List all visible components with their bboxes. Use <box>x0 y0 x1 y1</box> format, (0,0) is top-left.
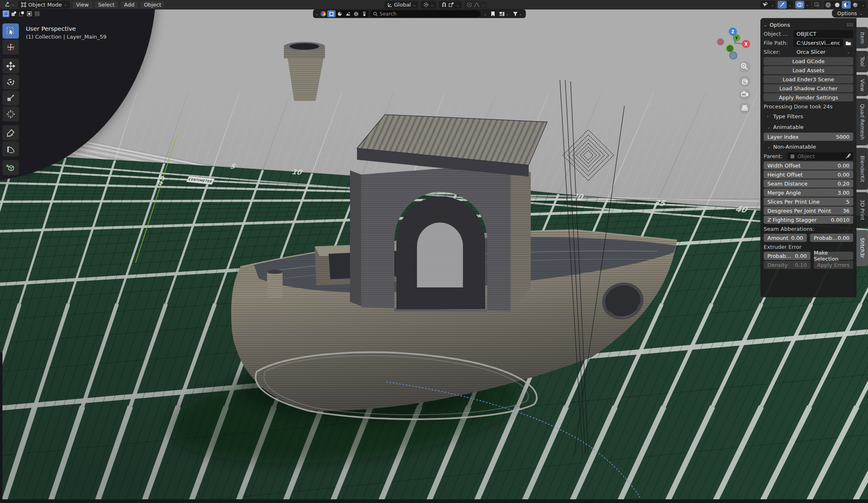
mode-dropdown[interactable]: Object Mode ⌄ <box>18 1 70 9</box>
parent-object-input[interactable] <box>797 153 843 159</box>
pan-button[interactable] <box>739 76 751 87</box>
overlays-toggle-group[interactable]: ⌄ <box>795 1 811 9</box>
gizmos-toggle-group[interactable]: ⌄ <box>778 1 793 9</box>
load-shadow-catcher-button[interactable]: Load Shadow Catcher <box>764 84 853 92</box>
boat-chimney <box>284 42 325 101</box>
tab-view[interactable]: View <box>856 75 868 96</box>
navigation-gizmo[interactable]: Z Y X <box>709 21 758 115</box>
filter-texture-icon[interactable] <box>344 10 352 17</box>
eyedropper-icon[interactable] <box>845 154 851 159</box>
select-mode-set[interactable] <box>2 10 9 17</box>
chevron-down-icon: ⌄ <box>769 3 776 7</box>
measure-tool[interactable] <box>2 141 19 156</box>
select-mode-intersect[interactable] <box>34 10 41 17</box>
transform-tool[interactable] <box>2 106 19 122</box>
seam-amount-slider[interactable]: Amount0.00 <box>764 234 807 242</box>
tab-tool[interactable]: Tool <box>856 51 868 72</box>
shading-solid-button[interactable] <box>833 1 842 9</box>
rotate-tool[interactable] <box>2 74 19 90</box>
pivot-point-dropdown[interactable]: ⌄ <box>421 1 436 9</box>
cursor-tool[interactable] <box>2 39 19 55</box>
chevron-down-icon: ⌄ <box>456 3 460 7</box>
animatable-subpanel[interactable]: ⌄ Animatable <box>764 122 853 132</box>
panel-collapse-icon[interactable]: ⌄ <box>764 23 767 27</box>
visibility-dropdown[interactable]: ⌄ <box>760 1 776 9</box>
filter-funnel-dropdown[interactable]: ⌄ <box>511 11 523 16</box>
viewport-options-popover[interactable]: Options ⌄ <box>832 9 868 18</box>
boat-mast-stub <box>267 270 283 297</box>
menu-select[interactable]: Select <box>95 1 118 8</box>
z-fighting-stagger-slider[interactable]: Z Fighting Stagger0.0010 <box>764 216 853 224</box>
filter-material-icon[interactable] <box>336 10 344 17</box>
make-selection-button[interactable]: Make Selection <box>814 252 853 260</box>
layer-index-slider[interactable]: Layer Index 5000 <box>764 133 853 141</box>
add-cube-tool[interactable] <box>2 160 19 175</box>
scale-tool[interactable] <box>2 90 19 106</box>
editor-type-button[interactable]: ⌄ <box>2 1 16 8</box>
transform-orientation-dropdown[interactable]: Global ⌄ <box>384 1 418 9</box>
tab-item[interactable]: Item <box>856 27 868 48</box>
axis-neg-y[interactable] <box>726 45 734 53</box>
menu-object[interactable]: Object <box>140 1 164 8</box>
tab-blenderkit[interactable]: BlenderKit <box>856 148 868 190</box>
proportional-edit-controls[interactable]: ⌄ <box>464 1 487 9</box>
load-ender3-scene-button[interactable]: Load Ender3 Scene <box>764 75 853 83</box>
snap-controls[interactable]: ⌄ <box>439 1 462 9</box>
show-gizmos-toggle[interactable] <box>778 1 787 9</box>
chevron-down-icon: ⌄ <box>804 3 811 7</box>
search-field[interactable] <box>380 11 478 17</box>
menu-view[interactable]: View <box>73 1 92 8</box>
load-assets-button[interactable]: Load Assets <box>764 66 853 74</box>
xray-toggle[interactable] <box>813 1 822 9</box>
axis-neg-z[interactable] <box>730 52 737 59</box>
file-browse-button[interactable] <box>843 39 853 47</box>
magnet-icon <box>441 2 447 7</box>
slices-per-print-line-slider[interactable]: Slices Per Print Line5 <box>764 198 853 206</box>
filter-brush-icon[interactable] <box>360 10 368 17</box>
select-mode-invert[interactable] <box>26 10 33 17</box>
display-filter-ball-icon[interactable] <box>320 11 326 16</box>
slicer-dropdown[interactable]: Orca Slicer ⌄ <box>793 48 853 56</box>
seam-distance-slider[interactable]: Seam Distance0.20 <box>764 179 853 188</box>
density-slider-disabled[interactable]: Density0.10 <box>764 261 810 269</box>
panel-drag-handle[interactable] <box>847 23 853 27</box>
tab-stitch3r[interactable]: Stitch3r <box>856 230 868 266</box>
object-name-input[interactable] <box>793 30 853 38</box>
type-filters-subpanel[interactable]: › Type Filters <box>764 112 853 121</box>
chevron-down-icon[interactable]: ⌄ <box>482 12 488 16</box>
shading-wireframe-button[interactable] <box>824 1 833 9</box>
merge-angle-slider[interactable]: Merge Angle3.00 <box>764 188 853 197</box>
chevron-down-icon[interactable]: ⌄ <box>315 12 319 16</box>
zoom-button[interactable] <box>739 61 751 73</box>
extruder-probability-slider[interactable]: Probab...0.00 <box>764 252 810 260</box>
search-input[interactable] <box>370 10 481 17</box>
display-mode-dropdown[interactable]: ⌄ <box>498 11 510 16</box>
select-mode-extend[interactable] <box>10 10 17 17</box>
load-gcode-button[interactable]: Load GCode <box>764 57 853 65</box>
move-tool[interactable] <box>2 58 19 73</box>
axis-neg-x[interactable] <box>717 39 724 46</box>
show-overlays-toggle[interactable] <box>795 1 804 9</box>
filter-world-icon[interactable] <box>352 10 360 17</box>
non-animatable-subpanel[interactable]: ⌄ Non-Animatable <box>764 142 853 152</box>
camera-view-button[interactable] <box>739 89 751 101</box>
height-offset-slider[interactable]: Height Offset0.00 <box>764 170 853 179</box>
tab-quad-remesh[interactable]: Quad Remesh <box>856 99 868 145</box>
width-offset-slider[interactable]: Width Offset0.00 <box>764 161 853 170</box>
select-box-tool[interactable] <box>2 23 19 39</box>
parent-object-field[interactable] <box>787 152 853 160</box>
annotate-tool[interactable] <box>2 125 19 140</box>
seam-probability-slider[interactable]: Probab...0.00 <box>810 234 853 242</box>
degrees-per-joint-point-slider[interactable]: Desgrees Per Joint Point36 <box>764 207 853 215</box>
filter-object-icon[interactable] <box>327 10 336 17</box>
menu-add[interactable]: Add <box>121 1 138 8</box>
select-mode-subtract[interactable] <box>18 10 25 17</box>
tab-3d-print[interactable]: 3D Print <box>856 192 868 227</box>
shading-rendered-button[interactable] <box>851 1 860 9</box>
file-path-input[interactable] <box>793 39 843 47</box>
shading-material-button[interactable] <box>842 1 851 9</box>
apply-render-settings-button[interactable]: Apply Render Settings <box>764 93 853 101</box>
apply-errors-button-disabled[interactable]: Apply Errors <box>814 261 853 269</box>
bookmark-icon[interactable] <box>490 11 496 17</box>
perspective-toggle-button[interactable] <box>739 102 751 114</box>
